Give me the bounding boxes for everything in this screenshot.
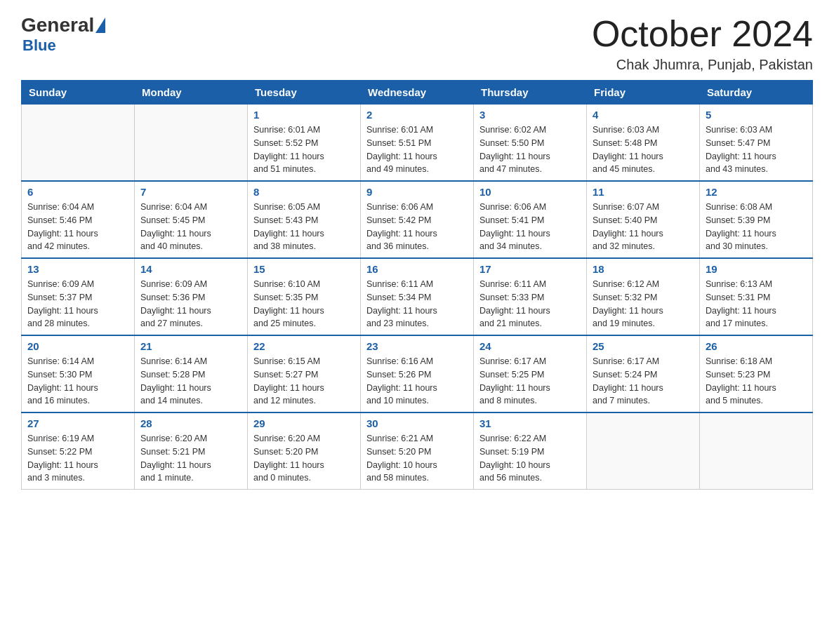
calendar-cell: 4Sunrise: 6:03 AM Sunset: 5:48 PM Daylig…: [587, 105, 700, 182]
calendar-cell: [135, 105, 248, 182]
calendar-cell: 13Sunrise: 6:09 AM Sunset: 5:37 PM Dayli…: [22, 258, 135, 335]
day-info: Sunrise: 6:01 AM Sunset: 5:51 PM Dayligh…: [366, 123, 468, 176]
calendar-cell: 28Sunrise: 6:20 AM Sunset: 5:21 PM Dayli…: [135, 412, 248, 490]
calendar-cell: 16Sunrise: 6:11 AM Sunset: 5:34 PM Dayli…: [361, 258, 474, 335]
calendar-cell: 20Sunrise: 6:14 AM Sunset: 5:30 PM Dayli…: [22, 335, 135, 412]
day-number: 22: [253, 340, 355, 352]
calendar-cell: 19Sunrise: 6:13 AM Sunset: 5:31 PM Dayli…: [700, 258, 813, 335]
day-number: 12: [706, 186, 807, 198]
calendar-cell: 17Sunrise: 6:11 AM Sunset: 5:33 PM Dayli…: [474, 258, 587, 335]
calendar-cell: 15Sunrise: 6:10 AM Sunset: 5:35 PM Dayli…: [248, 258, 361, 335]
day-info: Sunrise: 6:13 AM Sunset: 5:31 PM Dayligh…: [706, 278, 807, 330]
calendar-cell: 5Sunrise: 6:03 AM Sunset: 5:47 PM Daylig…: [700, 105, 813, 182]
weekday-header-wednesday: Wednesday: [361, 81, 474, 105]
calendar-cell: 1Sunrise: 6:01 AM Sunset: 5:52 PM Daylig…: [248, 105, 361, 182]
calendar-cell: 30Sunrise: 6:21 AM Sunset: 5:20 PM Dayli…: [361, 412, 474, 490]
day-info: Sunrise: 6:18 AM Sunset: 5:23 PM Dayligh…: [706, 355, 807, 408]
day-info: Sunrise: 6:19 AM Sunset: 5:22 PM Dayligh…: [27, 432, 128, 485]
day-number: 23: [366, 340, 468, 352]
calendar-cell: 29Sunrise: 6:20 AM Sunset: 5:20 PM Dayli…: [248, 412, 361, 490]
day-number: 20: [27, 340, 128, 352]
day-info: Sunrise: 6:05 AM Sunset: 5:43 PM Dayligh…: [253, 201, 355, 253]
calendar-cell: 24Sunrise: 6:17 AM Sunset: 5:25 PM Dayli…: [474, 335, 587, 412]
day-number: 7: [140, 186, 241, 198]
day-number: 31: [479, 417, 581, 429]
calendar-cell: [700, 412, 813, 490]
day-number: 19: [706, 263, 807, 275]
logo-general-text: General: [21, 14, 94, 36]
day-info: Sunrise: 6:06 AM Sunset: 5:42 PM Dayligh…: [366, 201, 468, 253]
day-number: 24: [479, 340, 581, 352]
day-number: 2: [366, 109, 468, 121]
day-number: 3: [479, 109, 581, 121]
day-number: 17: [479, 263, 581, 275]
day-number: 13: [27, 263, 128, 275]
day-info: Sunrise: 6:01 AM Sunset: 5:52 PM Dayligh…: [253, 123, 355, 176]
location-title: Chak Jhumra, Punjab, Pakistan: [592, 57, 813, 73]
day-info: Sunrise: 6:12 AM Sunset: 5:32 PM Dayligh…: [593, 278, 694, 330]
calendar-cell: 12Sunrise: 6:08 AM Sunset: 5:39 PM Dayli…: [700, 181, 813, 258]
week-row-3: 13Sunrise: 6:09 AM Sunset: 5:37 PM Dayli…: [22, 258, 813, 335]
weekday-header-sunday: Sunday: [22, 81, 135, 105]
day-info: Sunrise: 6:11 AM Sunset: 5:34 PM Dayligh…: [366, 278, 468, 330]
calendar-cell: 25Sunrise: 6:17 AM Sunset: 5:24 PM Dayli…: [587, 335, 700, 412]
day-info: Sunrise: 6:16 AM Sunset: 5:26 PM Dayligh…: [366, 355, 468, 408]
day-info: Sunrise: 6:04 AM Sunset: 5:46 PM Dayligh…: [27, 201, 128, 253]
calendar-cell: 6Sunrise: 6:04 AM Sunset: 5:46 PM Daylig…: [22, 181, 135, 258]
day-number: 8: [253, 186, 355, 198]
day-info: Sunrise: 6:21 AM Sunset: 5:20 PM Dayligh…: [366, 432, 468, 485]
day-info: Sunrise: 6:09 AM Sunset: 5:37 PM Dayligh…: [27, 278, 128, 330]
weekday-header-saturday: Saturday: [700, 81, 813, 105]
weekday-header-friday: Friday: [587, 81, 700, 105]
calendar-cell: 2Sunrise: 6:01 AM Sunset: 5:51 PM Daylig…: [361, 105, 474, 182]
day-info: Sunrise: 6:10 AM Sunset: 5:35 PM Dayligh…: [253, 278, 355, 330]
week-row-4: 20Sunrise: 6:14 AM Sunset: 5:30 PM Dayli…: [22, 335, 813, 412]
day-info: Sunrise: 6:04 AM Sunset: 5:45 PM Dayligh…: [140, 201, 241, 253]
month-title: October 2024: [592, 14, 813, 54]
calendar-cell: 27Sunrise: 6:19 AM Sunset: 5:22 PM Dayli…: [22, 412, 135, 490]
day-number: 21: [140, 340, 241, 352]
calendar-cell: 14Sunrise: 6:09 AM Sunset: 5:36 PM Dayli…: [135, 258, 248, 335]
day-info: Sunrise: 6:20 AM Sunset: 5:21 PM Dayligh…: [140, 432, 241, 485]
day-info: Sunrise: 6:07 AM Sunset: 5:40 PM Dayligh…: [593, 201, 694, 253]
calendar-cell: [22, 105, 135, 182]
calendar-cell: 31Sunrise: 6:22 AM Sunset: 5:19 PM Dayli…: [474, 412, 587, 490]
day-number: 29: [253, 417, 355, 429]
day-number: 10: [479, 186, 581, 198]
weekday-header-monday: Monday: [135, 81, 248, 105]
calendar-cell: 22Sunrise: 6:15 AM Sunset: 5:27 PM Dayli…: [248, 335, 361, 412]
logo-triangle-icon: [95, 18, 105, 33]
week-row-1: 1Sunrise: 6:01 AM Sunset: 5:52 PM Daylig…: [22, 105, 813, 182]
calendar-cell: 8Sunrise: 6:05 AM Sunset: 5:43 PM Daylig…: [248, 181, 361, 258]
calendar-cell: 9Sunrise: 6:06 AM Sunset: 5:42 PM Daylig…: [361, 181, 474, 258]
day-info: Sunrise: 6:17 AM Sunset: 5:25 PM Dayligh…: [479, 355, 581, 408]
day-number: 4: [593, 109, 694, 121]
weekday-header-tuesday: Tuesday: [248, 81, 361, 105]
day-number: 5: [706, 109, 807, 121]
calendar-cell: 7Sunrise: 6:04 AM Sunset: 5:45 PM Daylig…: [135, 181, 248, 258]
title-section: October 2024 Chak Jhumra, Punjab, Pakist…: [592, 14, 813, 73]
day-number: 30: [366, 417, 468, 429]
day-info: Sunrise: 6:20 AM Sunset: 5:20 PM Dayligh…: [253, 432, 355, 485]
day-info: Sunrise: 6:15 AM Sunset: 5:27 PM Dayligh…: [253, 355, 355, 408]
day-info: Sunrise: 6:22 AM Sunset: 5:19 PM Dayligh…: [479, 432, 581, 485]
day-info: Sunrise: 6:02 AM Sunset: 5:50 PM Dayligh…: [479, 123, 581, 176]
day-number: 18: [593, 263, 694, 275]
weekday-header-thursday: Thursday: [474, 81, 587, 105]
day-number: 16: [366, 263, 468, 275]
week-row-5: 27Sunrise: 6:19 AM Sunset: 5:22 PM Dayli…: [22, 412, 813, 490]
calendar-cell: 11Sunrise: 6:07 AM Sunset: 5:40 PM Dayli…: [587, 181, 700, 258]
day-number: 25: [593, 340, 694, 352]
calendar-cell: [587, 412, 700, 490]
day-info: Sunrise: 6:17 AM Sunset: 5:24 PM Dayligh…: [593, 355, 694, 408]
day-number: 6: [27, 186, 128, 198]
day-number: 14: [140, 263, 241, 275]
day-number: 15: [253, 263, 355, 275]
logo-blue-part: [94, 18, 105, 33]
page-header: General Blue October 2024 Chak Jhumra, P…: [21, 14, 813, 73]
calendar-cell: 3Sunrise: 6:02 AM Sunset: 5:50 PM Daylig…: [474, 105, 587, 182]
day-info: Sunrise: 6:11 AM Sunset: 5:33 PM Dayligh…: [479, 278, 581, 330]
day-info: Sunrise: 6:09 AM Sunset: 5:36 PM Dayligh…: [140, 278, 241, 330]
day-number: 26: [706, 340, 807, 352]
calendar-cell: 18Sunrise: 6:12 AM Sunset: 5:32 PM Dayli…: [587, 258, 700, 335]
